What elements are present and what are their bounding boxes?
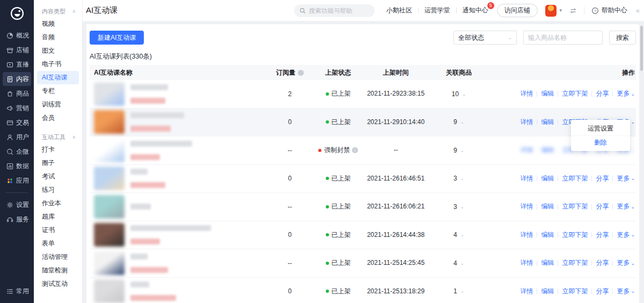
sidebar-item-活动管理[interactable]: 活动管理 (37, 250, 79, 264)
sidebar-item-AI互动课[interactable]: AI互动课 (37, 71, 79, 84)
course-thumbnail[interactable] (94, 82, 125, 106)
switch-account-icon[interactable] (569, 7, 577, 15)
global-search[interactable] (294, 4, 375, 17)
course-name-cell[interactable] (90, 139, 268, 162)
course-thumbnail[interactable] (94, 279, 125, 303)
action-详情[interactable]: 详情 (520, 89, 533, 98)
global-search-input[interactable] (309, 8, 368, 14)
expand-related-icon[interactable]: ⌄ (460, 148, 465, 153)
action-立即下架[interactable]: 立即下架 (562, 174, 588, 183)
action-编辑[interactable]: 编辑 (541, 202, 554, 211)
course-thumbnail[interactable] (94, 223, 125, 247)
sidebar-item-common[interactable]: 常用 (3, 284, 31, 298)
course-name-cell[interactable] (90, 167, 268, 190)
expand-related-icon[interactable]: ⌄ (460, 261, 465, 266)
action-编辑[interactable]: 编辑 (541, 258, 554, 268)
new-course-button[interactable]: 新建AI互动课 (90, 31, 144, 45)
course-thumbnail[interactable] (94, 195, 125, 219)
sidebar-item-训练营[interactable]: 训练营 (37, 98, 79, 111)
course-name-cell[interactable] (90, 82, 268, 106)
sidebar-item-测试互动[interactable]: 测试互动 (37, 277, 79, 291)
sidebar-item-goods[interactable]: 商品 (3, 86, 31, 100)
sidebar-item-随堂检测[interactable]: 随堂检测 (37, 264, 79, 277)
section-header[interactable]: 互动工具∧ (34, 131, 82, 143)
sidebar-item-电子书[interactable]: 电子书 (37, 57, 79, 71)
sidebar-item-service[interactable]: 服务 (3, 212, 31, 226)
course-thumbnail[interactable] (94, 167, 125, 190)
action-更多[interactable]: 更多 (617, 230, 630, 240)
course-name-cell[interactable] (90, 251, 268, 275)
sidebar-item-会员[interactable]: 会员 (37, 111, 79, 125)
action-编辑[interactable]: 编辑 (541, 230, 554, 240)
sidebar-item-data[interactable]: 数据 (3, 159, 31, 173)
avatar-caret-icon[interactable]: ▼ (559, 8, 563, 13)
action-详情[interactable]: 详情 (520, 258, 533, 268)
sidebar-item-trade[interactable]: 交易 (3, 116, 31, 129)
action-编辑[interactable]: 编辑 (541, 174, 554, 183)
action-分享[interactable]: 分享 (596, 89, 609, 98)
course-name-cell[interactable] (90, 279, 268, 303)
action-编辑[interactable]: 编辑 (541, 287, 554, 296)
action-更多[interactable]: 更多 (617, 174, 630, 183)
sidebar-item-user[interactable]: 用户 (3, 130, 31, 144)
action-详情[interactable]: 详情 (520, 287, 533, 296)
sidebar-item-live[interactable]: 直播 (3, 57, 31, 71)
course-thumbnail[interactable] (94, 251, 125, 275)
sidebar-item-作业本[interactable]: 作业本 (37, 197, 79, 210)
action-编辑[interactable]: 编辑 (541, 146, 554, 155)
link-academy[interactable]: 运营学堂 (425, 6, 450, 15)
help-center[interactable]: ? 帮助中心 (591, 6, 627, 15)
course-thumbnail[interactable] (94, 139, 125, 162)
action-立即下架[interactable]: 立即下架 (562, 89, 588, 98)
action-详情[interactable]: 详情 (520, 202, 533, 211)
action-详情[interactable]: 详情 (520, 174, 533, 183)
expand-related-icon[interactable]: ⌄ (460, 204, 465, 210)
sidebar-item-专栏[interactable]: 专栏 (37, 84, 79, 98)
menu-item-delete[interactable]: 删除 (571, 135, 630, 149)
avatar[interactable] (545, 5, 557, 17)
expand-related-icon[interactable]: ⌄ (460, 176, 465, 181)
section-header[interactable]: 内容类型∧ (34, 5, 82, 17)
action-立即下架[interactable]: 立即下架 (562, 202, 588, 211)
action-分享[interactable]: 分享 (596, 287, 609, 296)
sidebar-item-overview[interactable]: 概况 (3, 28, 31, 42)
expand-related-icon[interactable]: ⌄ (462, 91, 466, 97)
link-community[interactable]: 小鹅社区 (386, 6, 412, 15)
action-分享[interactable]: 分享 (596, 202, 609, 211)
sidebar-item-settings[interactable]: 设置 (3, 198, 31, 212)
expand-related-icon[interactable]: ⌄ (460, 232, 465, 237)
sidebar-item-证书[interactable]: 证书 (37, 223, 79, 237)
sidebar-item-考试[interactable]: 考试 (37, 170, 79, 183)
action-分享[interactable]: 分享 (596, 258, 609, 268)
brand-logo-icon[interactable] (10, 6, 24, 20)
sidebar-item-练习[interactable]: 练习 (37, 183, 79, 197)
sidebar-item-圈子[interactable]: 圈子 (37, 156, 79, 170)
sidebar-item-音频[interactable]: 音频 (37, 31, 79, 44)
sidebar-item-表单[interactable]: 表单 (37, 237, 79, 250)
action-编辑[interactable]: 编辑 (541, 118, 554, 127)
help-circle-icon[interactable] (298, 70, 304, 76)
status-filter-select[interactable]: 全部状态 ⌄ (453, 31, 517, 45)
action-更多[interactable]: 更多 (617, 258, 630, 268)
action-立即下架[interactable]: 立即下架 (562, 230, 588, 240)
action-详情[interactable]: 详情 (520, 146, 533, 155)
sidebar-item-视频[interactable]: 视频 (37, 17, 79, 31)
action-分享[interactable]: 分享 (596, 174, 609, 183)
sidebar-item-shop[interactable]: 店铺 (3, 43, 31, 57)
action-详情[interactable]: 详情 (520, 118, 533, 127)
course-name-cell[interactable] (90, 223, 268, 247)
sidebar-item-题库[interactable]: 题库 (37, 210, 79, 223)
menu-item-operation-settings[interactable]: 运营设置 (571, 122, 630, 135)
link-notifications[interactable]: 通知中心 5 (463, 6, 488, 15)
collapse-icon[interactable]: « (636, 6, 639, 15)
info-icon[interactable]: i (352, 147, 358, 153)
action-立即下架[interactable]: 立即下架 (562, 287, 588, 296)
product-name-input[interactable] (523, 31, 603, 45)
search-button[interactable]: 搜索 (609, 31, 636, 45)
action-详情[interactable]: 详情 (520, 230, 533, 240)
action-更多[interactable]: 更多 (617, 287, 630, 296)
action-分享[interactable]: 分享 (596, 230, 609, 240)
course-thumbnail[interactable] (94, 110, 125, 134)
sidebar-item-marketing[interactable]: 营销 (3, 101, 31, 115)
action-编辑[interactable]: 编辑 (541, 89, 554, 98)
